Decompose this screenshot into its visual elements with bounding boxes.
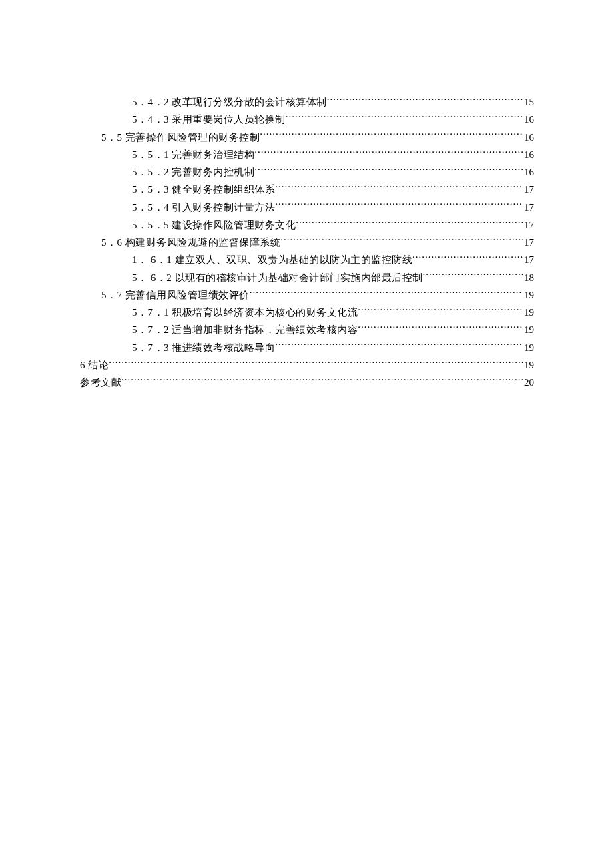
- toc-entry: 5．5．5 建设操作风险管理财务文化17: [80, 216, 534, 234]
- toc-leader-dots: [254, 165, 523, 175]
- toc-entry: 5．7 完善信用风险管理绩效评价19: [80, 286, 534, 304]
- toc-entry-label: 5．5．2 完善财务内控机制: [132, 163, 254, 181]
- toc-leader-dots: [358, 306, 523, 316]
- toc-leader-dots: [121, 376, 523, 386]
- toc-leader-dots: [423, 271, 523, 281]
- toc-entry-label: 5．5．4 引入财务控制计量方法: [132, 199, 275, 216]
- toc-entry-label: 5．5．5 建设操作风险管理财务文化: [132, 216, 296, 234]
- toc-entry: 5．4．3 采用重要岗位人员轮换制16: [80, 111, 534, 128]
- toc-entry: 5．5．4 引入财务控制计量方法17: [80, 199, 534, 216]
- toc-entry-page: 19: [523, 304, 534, 321]
- toc-entry: 5．7．1 积极培育以经济资本为核心的财务文化流19: [80, 304, 534, 321]
- toc-entry-page: 17: [523, 199, 534, 216]
- toc-leader-dots: [286, 113, 523, 123]
- toc-leader-dots: [250, 288, 523, 298]
- toc-entry-page: 18: [523, 269, 534, 286]
- toc-entry-page: 16: [523, 129, 534, 146]
- toc-leader-dots: [275, 183, 523, 193]
- toc-entry: 5．5 完善操作风险管理的财务控制16: [80, 129, 534, 146]
- toc-leader-dots: [275, 341, 523, 351]
- toc-entry: 5．7．2 适当增加非财务指标，完善绩效考核内容19: [80, 321, 534, 338]
- toc-entry: 1． 6．1 建立双人、双职、双责为基础的以防为主的监控防线17: [80, 251, 534, 268]
- toc-entry: 5．6 构建财务风险规避的监督保障系统17: [80, 234, 534, 251]
- toc-entry-page: 19: [523, 286, 534, 304]
- toc-entry-label: 6 结论: [80, 356, 109, 374]
- toc-entry-page: 19: [523, 321, 534, 338]
- toc-entry-page: 17: [523, 251, 534, 268]
- toc-entry: 5．5．1 完善财务治理结构16: [80, 146, 534, 163]
- toc-entry: 5．7．3 推进绩效考核战略导向19: [80, 339, 534, 356]
- toc-entry-page: 16: [523, 146, 534, 163]
- toc-leader-dots: [358, 323, 523, 333]
- toc-leader-dots: [327, 95, 523, 105]
- toc-entry-page: 19: [523, 339, 534, 356]
- toc-leader-dots: [254, 148, 523, 158]
- toc-entry-label: 5．7 完善信用风险管理绩效评价: [101, 286, 250, 304]
- toc-entry: 5． 6．2 以现有的稽核审计为基础对会计部门实施内部最后控制18: [80, 269, 534, 286]
- toc-entry-label: 1． 6．1 建立双人、双职、双责为基础的以防为主的监控防线: [132, 251, 412, 268]
- toc-entry-page: 19: [523, 356, 534, 374]
- toc-entry-label: 5．4．3 采用重要岗位人员轮换制: [132, 111, 286, 128]
- toc-entry-page: 17: [523, 216, 534, 234]
- toc-entry-label: 5．4．2 改革现行分级分散的会计核算体制: [132, 93, 327, 111]
- toc-entry-label: 5．7．3 推进绩效考核战略导向: [132, 339, 275, 356]
- toc-entry: 5．4．2 改革现行分级分散的会计核算体制15: [80, 93, 534, 111]
- toc-entry-label: 参考文献: [80, 374, 121, 391]
- toc-entry-page: 16: [523, 163, 534, 181]
- toc-entry-page: 17: [523, 234, 534, 251]
- toc-entry-page: 20: [523, 374, 534, 391]
- toc-entry: 5．5．3 健全财务控制组织体系17: [80, 181, 534, 198]
- toc-leader-dots: [275, 201, 523, 211]
- toc-leader-dots: [280, 236, 523, 246]
- toc-entry-page: 15: [523, 93, 534, 111]
- toc-entry: 参考文献20: [80, 374, 534, 391]
- toc-entry: 5．5．2 完善财务内控机制16: [80, 163, 534, 181]
- table-of-contents: 5．4．2 改革现行分级分散的会计核算体制155．4．3 采用重要岗位人员轮换制…: [80, 93, 534, 391]
- toc-entry-label: 5． 6．2 以现有的稽核审计为基础对会计部门实施内部最后控制: [132, 269, 423, 286]
- toc-entry-page: 17: [523, 181, 534, 198]
- toc-leader-dots: [260, 131, 523, 141]
- toc-entry-label: 5．5 完善操作风险管理的财务控制: [101, 129, 260, 146]
- toc-leader-dots: [412, 253, 523, 263]
- toc-entry-page: 16: [523, 111, 534, 128]
- toc-entry-label: 5．5．3 健全财务控制组织体系: [132, 181, 275, 198]
- toc-leader-dots: [296, 218, 523, 228]
- toc-entry-label: 5．7．2 适当增加非财务指标，完善绩效考核内容: [132, 321, 358, 338]
- toc-entry-label: 5．7．1 积极培育以经济资本为核心的财务文化流: [132, 304, 358, 321]
- toc-entry: 6 结论19: [80, 356, 534, 374]
- toc-leader-dots: [109, 358, 523, 368]
- toc-entry-label: 5．5．1 完善财务治理结构: [132, 146, 254, 163]
- toc-entry-label: 5．6 构建财务风险规避的监督保障系统: [101, 234, 280, 251]
